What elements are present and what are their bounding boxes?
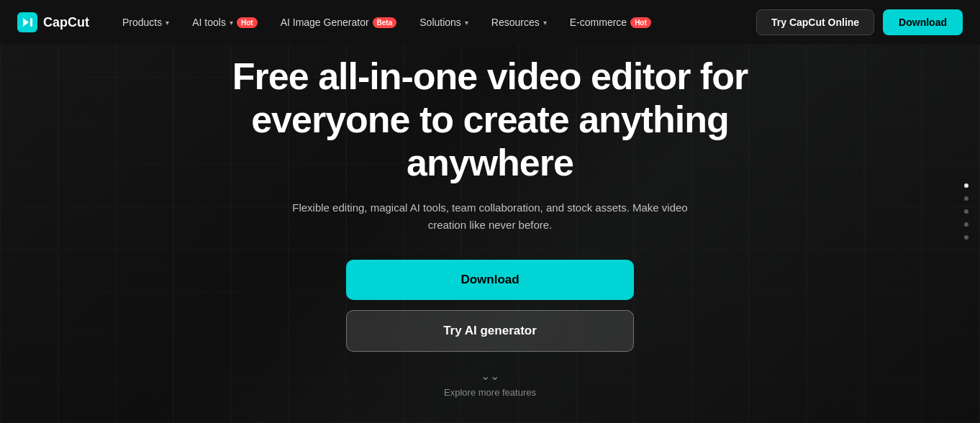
chevron-down-icon: ▾: [230, 19, 233, 27]
explore-more-label: Explore more features: [444, 387, 536, 398]
navigation: CapCut Products ▾ AI tools ▾ Hot AI Imag…: [0, 0, 980, 45]
chevron-down-icon: ▾: [543, 19, 547, 27]
nav-item-ecommerce[interactable]: E-commerce Hot: [560, 11, 661, 34]
side-dot-intro[interactable]: [964, 183, 968, 188]
beta-badge: Beta: [373, 17, 397, 28]
hot-badge-ecommerce: Hot: [630, 17, 651, 28]
nav-download-button[interactable]: Download: [883, 9, 963, 35]
chevron-down-icon: ▾: [165, 19, 169, 27]
hero-section: CapCut Products ▾ AI tools ▾ Hot AI Imag…: [0, 0, 980, 423]
side-navigation: [964, 183, 968, 240]
logo[interactable]: CapCut: [17, 12, 89, 32]
side-nav-item-teams[interactable]: [964, 235, 968, 240]
hero-download-button[interactable]: Download: [346, 260, 634, 300]
side-dot-teams[interactable]: [964, 235, 968, 240]
chevron-double-icon: ⌄⌄: [481, 369, 499, 383]
nav-right: Try CapCut Online Download: [756, 9, 963, 35]
explore-more-section[interactable]: ⌄⌄ Explore more features: [444, 369, 536, 398]
side-dot-products[interactable]: [964, 196, 968, 201]
side-dot-pricing[interactable]: [964, 222, 968, 227]
capcut-logo-icon: [17, 12, 37, 32]
hero-title: Free all-in-one video editor for everyon…: [166, 55, 814, 184]
try-capcut-online-button[interactable]: Try CapCut Online: [756, 9, 874, 35]
hero-content: Free all-in-one video editor for everyon…: [166, 55, 814, 397]
nav-item-products[interactable]: Products ▾: [112, 11, 179, 34]
side-nav-item-features[interactable]: [964, 209, 968, 214]
chevron-down-icon: ▾: [465, 19, 468, 27]
nav-items: Products ▾ AI tools ▾ Hot AI Image Gener…: [112, 11, 756, 34]
hero-subtitle: Flexible editing, magical AI tools, team…: [274, 199, 706, 234]
side-nav-item-pricing[interactable]: [964, 222, 968, 227]
nav-item-solutions[interactable]: Solutions ▾: [409, 11, 478, 34]
side-nav-item-intro[interactable]: [964, 183, 968, 188]
logo-text: CapCut: [43, 15, 89, 30]
hot-badge: Hot: [237, 17, 258, 28]
nav-item-ai-image[interactable]: AI Image Generator Beta: [271, 11, 407, 34]
nav-item-aitools[interactable]: AI tools ▾ Hot: [182, 11, 267, 34]
hero-ai-generator-button[interactable]: Try AI generator: [346, 310, 634, 352]
nav-item-resources[interactable]: Resources ▾: [481, 11, 557, 34]
side-nav-item-products[interactable]: [964, 196, 968, 201]
svg-rect-1: [30, 18, 32, 27]
side-dot-features[interactable]: [964, 209, 968, 214]
